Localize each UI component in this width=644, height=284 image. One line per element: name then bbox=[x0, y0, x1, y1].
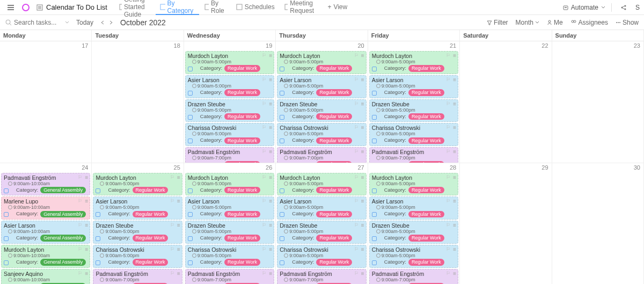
calendar-cell[interactable]: 29 bbox=[460, 163, 552, 285]
calendar-event[interactable]: ⚐≡Murdoch Layton9:00am-5:00pmCategory: R… bbox=[185, 173, 274, 196]
calendar-event[interactable]: ⚐≡Drazen Steube9:00am-5:00pmCategory: Re… bbox=[185, 99, 274, 122]
calendar-cell[interactable]: 26⚐≡Murdoch Layton9:00am-5:00pmCategory:… bbox=[184, 163, 276, 285]
drag-handle-icon[interactable]: ≡ bbox=[361, 101, 364, 107]
calendar-event[interactable]: ⚐≡Padmavati Engström9:00am-7:00pmCategor… bbox=[185, 147, 274, 163]
prev-button[interactable] bbox=[100, 20, 105, 25]
view-tab[interactable]: By Role bbox=[200, 0, 231, 15]
drag-handle-icon[interactable]: ≡ bbox=[361, 198, 364, 205]
drag-handle-icon[interactable]: ≡ bbox=[361, 222, 364, 229]
drag-handle-icon[interactable]: ≡ bbox=[85, 174, 89, 181]
calendar-event[interactable]: ⚐≡Drazen Steube9:00am-5:00pmCategory: Re… bbox=[369, 99, 458, 122]
drag-handle-icon[interactable]: ≡ bbox=[361, 246, 364, 253]
drag-handle-icon[interactable]: ≡ bbox=[453, 101, 456, 107]
calendar-event[interactable]: ⚐≡Padmavati Engström9:00am-10:00amCatego… bbox=[1, 173, 90, 196]
view-tab[interactable]: Meeting Request bbox=[280, 0, 321, 15]
drag-handle-icon[interactable]: ≡ bbox=[85, 198, 89, 205]
next-button[interactable] bbox=[108, 20, 114, 25]
calendar-event[interactable]: ⚐≡Murdoch Layton9:00am-5:00pmCategory: R… bbox=[185, 51, 274, 74]
calendar-event[interactable]: ⚐≡Murdoch Layton9:00am-5:00pmCategory: R… bbox=[93, 173, 182, 196]
menu-icon[interactable] bbox=[4, 1, 17, 14]
drag-handle-icon[interactable]: ≡ bbox=[361, 53, 364, 59]
me-filter[interactable]: Me bbox=[547, 19, 563, 26]
drag-handle-icon[interactable]: ≡ bbox=[177, 271, 180, 277]
drag-handle-icon[interactable]: ≡ bbox=[269, 222, 272, 229]
view-tab[interactable]: Schedules bbox=[232, 0, 279, 15]
drag-handle-icon[interactable]: ≡ bbox=[177, 174, 180, 181]
calendar-cell[interactable]: 19⚐≡Murdoch Layton9:00am-5:00pmCategory:… bbox=[184, 41, 276, 163]
show-button[interactable]: Show bbox=[616, 19, 639, 26]
drag-handle-icon[interactable]: ≡ bbox=[177, 246, 180, 253]
drag-handle-icon[interactable]: ≡ bbox=[453, 53, 456, 59]
calendar-event[interactable]: ⚐≡Charissa Ostrowski9:00am-5:00pmCategor… bbox=[93, 245, 182, 268]
drag-handle-icon[interactable]: ≡ bbox=[269, 198, 272, 205]
calendar-event[interactable]: ⚐≡Charissa Ostrowski9:00am-5:00pmCategor… bbox=[277, 123, 366, 146]
view-tab[interactable]: By Category bbox=[156, 0, 199, 15]
drag-handle-icon[interactable]: ≡ bbox=[453, 174, 456, 181]
today-button[interactable]: Today bbox=[76, 19, 93, 26]
automate-button[interactable]: Automate bbox=[562, 4, 606, 11]
calendar-event[interactable]: ⚐≡Charissa Ostrowski9:00am-5:00pmCategor… bbox=[369, 123, 458, 146]
calendar-event[interactable]: ⚐≡Asier Larson9:00am-5:00pmCategory: Reg… bbox=[93, 196, 182, 220]
workspace-icon[interactable] bbox=[19, 1, 32, 14]
drag-handle-icon[interactable]: ≡ bbox=[85, 222, 89, 229]
view-tab[interactable]: Getting Started Guide bbox=[115, 0, 155, 15]
calendar-event[interactable]: ⚐≡Marlene Lupo9:00am-10:00amCategory: Ge… bbox=[1, 196, 90, 220]
drag-handle-icon[interactable]: ≡ bbox=[269, 246, 272, 253]
drag-handle-icon[interactable]: ≡ bbox=[85, 246, 89, 253]
calendar-event[interactable]: ⚐≡Asier Larson9:00am-5:00pmCategory: Reg… bbox=[277, 75, 366, 98]
drag-handle-icon[interactable]: ≡ bbox=[269, 101, 272, 107]
calendar-cell[interactable]: 22 bbox=[460, 41, 552, 163]
calendar-event[interactable]: ⚐≡Murdoch Layton9:00am-10:00amCategory: … bbox=[1, 245, 90, 268]
calendar-cell[interactable]: 17 bbox=[0, 41, 92, 163]
calendar-event[interactable]: ⚐≡Sanjeev Aquino9:00am-10:00amCategory: … bbox=[1, 269, 90, 285]
calendar-cell[interactable]: 24⚐≡Padmavati Engström9:00am-10:00amCate… bbox=[0, 163, 92, 285]
calendar-event[interactable]: ⚐≡Charissa Ostrowski9:00am-5:00pmCategor… bbox=[185, 123, 274, 146]
drag-handle-icon[interactable]: ≡ bbox=[85, 271, 89, 277]
drag-handle-icon[interactable]: ≡ bbox=[361, 271, 364, 277]
chevron-down-icon[interactable] bbox=[64, 20, 70, 25]
calendar-event[interactable]: ⚐≡Padmavati Engström9:00am-7:00pmCategor… bbox=[369, 147, 458, 163]
calendar-event[interactable]: ⚐≡Murdoch Layton9:00am-5:00pmCategory: R… bbox=[369, 51, 458, 74]
calendar-cell[interactable]: 30 bbox=[552, 163, 644, 285]
drag-handle-icon[interactable]: ≡ bbox=[453, 198, 456, 205]
calendar-cell[interactable]: 25⚐≡Murdoch Layton9:00am-5:00pmCategory:… bbox=[92, 163, 184, 285]
calendar-event[interactable]: ⚐≡Drazen Steube9:00am-5:00pmCategory: Re… bbox=[369, 221, 458, 244]
calendar-event[interactable]: ⚐≡Asier Larson9:00am-5:00pmCategory: Reg… bbox=[277, 196, 366, 220]
calendar-event[interactable]: ⚐≡Charissa Ostrowski9:00am-5:00pmCategor… bbox=[277, 245, 366, 268]
month-selector[interactable]: Month bbox=[516, 19, 539, 26]
drag-handle-icon[interactable]: ≡ bbox=[269, 53, 272, 59]
calendar-event[interactable]: ⚐≡Padmavati Engström9:00am-7:00pmCategor… bbox=[185, 269, 274, 285]
drag-handle-icon[interactable]: ≡ bbox=[453, 271, 456, 277]
drag-handle-icon[interactable]: ≡ bbox=[269, 125, 272, 131]
calendar-event[interactable]: ⚐≡Charissa Ostrowski9:00am-5:00pmCategor… bbox=[369, 245, 458, 268]
drag-handle-icon[interactable]: ≡ bbox=[177, 222, 180, 229]
drag-handle-icon[interactable]: ≡ bbox=[453, 246, 456, 253]
calendar-event[interactable]: ⚐≡Murdoch Layton9:00am-5:00pmCategory: R… bbox=[369, 173, 458, 196]
calendar-event[interactable]: ⚐≡Padmavati Engström9:00am-7:00pmCategor… bbox=[277, 269, 366, 285]
calendar-event[interactable]: ⚐≡Murdoch Layton9:00am-5:00pmCategory: R… bbox=[277, 51, 366, 74]
calendar-event[interactable]: ⚐≡Asier Larson9:00am-10:00amCategory: Ge… bbox=[1, 221, 90, 244]
calendar-cell[interactable]: 27⚐≡Murdoch Layton9:00am-5:00pmCategory:… bbox=[276, 163, 368, 285]
calendar-event[interactable]: ⚐≡Asier Larson9:00am-5:00pmCategory: Reg… bbox=[369, 196, 458, 220]
calendar-event[interactable]: ⚐≡Asier Larson9:00am-5:00pmCategory: Reg… bbox=[185, 75, 274, 98]
drag-handle-icon[interactable]: ≡ bbox=[361, 149, 364, 155]
drag-handle-icon[interactable]: ≡ bbox=[177, 198, 180, 205]
calendar-event[interactable]: ⚐≡Drazen Steube9:00am-5:00pmCategory: Re… bbox=[93, 221, 182, 244]
calendar-cell[interactable]: 20⚐≡Murdoch Layton9:00am-5:00pmCategory:… bbox=[276, 41, 368, 163]
share-icon[interactable] bbox=[617, 1, 630, 14]
calendar-event[interactable]: ⚐≡Padmavati Engström9:00am-7:00pmCategor… bbox=[93, 269, 182, 285]
calendar-cell[interactable]: 18 bbox=[92, 41, 184, 163]
assignees-filter[interactable]: Assignees bbox=[570, 19, 608, 26]
search-wrap[interactable] bbox=[5, 19, 70, 26]
drag-handle-icon[interactable]: ≡ bbox=[361, 77, 364, 83]
calendar-event[interactable]: ⚐≡Asier Larson9:00am-5:00pmCategory: Reg… bbox=[185, 196, 274, 220]
calendar-event[interactable]: ⚐≡Charissa Ostrowski9:00am-5:00pmCategor… bbox=[185, 245, 274, 268]
drag-handle-icon[interactable]: ≡ bbox=[453, 222, 456, 229]
filter-button[interactable]: Filter bbox=[487, 19, 508, 26]
drag-handle-icon[interactable]: ≡ bbox=[453, 125, 456, 131]
calendar-event[interactable]: ⚐≡Padmavati Engström9:00am-7:00pmCategor… bbox=[277, 147, 366, 163]
drag-handle-icon[interactable]: ≡ bbox=[453, 149, 456, 155]
calendar-cell[interactable]: 21⚐≡Murdoch Layton9:00am-5:00pmCategory:… bbox=[368, 41, 460, 163]
search-input[interactable] bbox=[14, 19, 62, 26]
calendar-event[interactable]: ⚐≡Murdoch Layton9:00am-5:00pmCategory: R… bbox=[277, 173, 366, 196]
